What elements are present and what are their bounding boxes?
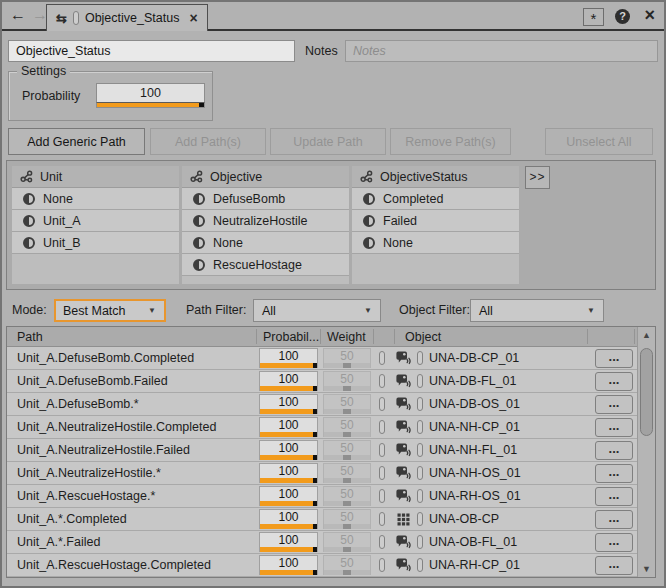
scroll-down-icon[interactable]: ▼	[638, 561, 655, 577]
probability-spinner[interactable]: 100	[259, 463, 318, 483]
probability-spinner[interactable]: 100	[259, 371, 318, 391]
settings-group: Settings Probability 100	[8, 71, 213, 121]
row-options-button[interactable]: ...	[595, 418, 633, 437]
back-icon[interactable]: ←	[8, 6, 28, 24]
add-generic-path-button[interactable]: Add Generic Path	[8, 128, 145, 155]
help-icon[interactable]: ?	[615, 9, 630, 24]
probability-slider-handle[interactable]	[313, 547, 317, 552]
probability-slider-handle[interactable]	[313, 409, 317, 414]
tab-objective-status[interactable]: ⇆ Objective_Status ×	[46, 4, 208, 31]
table-row[interactable]: Unit_A.NeutralizeHostile.Completed 100 5…	[7, 416, 637, 439]
table-row[interactable]: Unit_A.RescueHostage.Completed 100 50	[7, 554, 637, 577]
probability-spinner[interactable]: 100	[259, 394, 318, 414]
row-options-button[interactable]: ...	[595, 533, 633, 552]
list-item[interactable]: None	[352, 232, 519, 254]
probability-spinner[interactable]: 100	[259, 486, 318, 506]
probability-slider-handle[interactable]	[313, 501, 317, 506]
list-item[interactable]: NeutralizeHostile	[182, 210, 349, 232]
object-cell[interactable]: UNA-NH-FL_01	[396, 442, 517, 457]
row-options-button[interactable]: ...	[595, 464, 633, 483]
table-row[interactable]: Unit_A.NeutralizeHostile.Failed 100 50	[7, 439, 637, 462]
table-row[interactable]: Unit_A.DefuseBomb.* 100 50	[7, 393, 637, 416]
scrollbar-thumb[interactable]	[640, 348, 653, 436]
object-capsule-icon	[417, 397, 423, 411]
tab-close-icon[interactable]: ×	[189, 11, 197, 25]
probability-bar[interactable]	[259, 478, 318, 483]
path-filter-dropdown[interactable]: All ▼	[253, 299, 381, 322]
probability-spinner[interactable]: 100	[259, 555, 318, 575]
row-options-button[interactable]: ...	[595, 349, 633, 368]
probability-spinner[interactable]: 100	[259, 532, 318, 552]
object-cell[interactable]: UNA-OB-FL_01	[396, 534, 517, 549]
name-input[interactable]	[8, 40, 295, 62]
update-path-button[interactable]: Update Path	[270, 128, 386, 155]
object-filter-dropdown[interactable]: All ▼	[470, 299, 604, 322]
table-row[interactable]: Unit_A.DefuseBomb.Failed 100 50	[7, 370, 637, 393]
table-row[interactable]: Unit_A.DefuseBomb.Completed 100 50	[7, 347, 637, 370]
probability-bar[interactable]	[259, 363, 318, 368]
probability-bar[interactable]	[259, 570, 318, 575]
row-options-button[interactable]: ...	[595, 372, 633, 391]
row-options-button[interactable]: ...	[595, 487, 633, 506]
probability-bar[interactable]	[259, 386, 318, 391]
probability-slider-handle[interactable]	[313, 524, 317, 529]
list-item[interactable]: None	[182, 232, 349, 254]
table-row[interactable]: Unit_A.RescueHostage.* 100 50	[7, 485, 637, 508]
table-row[interactable]: Unit_A.*.Completed 100 50	[7, 508, 637, 531]
object-cell[interactable]: UNA-RH-OS_01	[396, 488, 521, 503]
probability-slider-handle[interactable]	[313, 570, 317, 575]
object-cell[interactable]: UNA-OB-CP	[396, 511, 499, 526]
object-cell[interactable]: UNA-NH-CP_01	[396, 419, 520, 434]
list-item[interactable]: Unit_A	[12, 210, 179, 232]
probability-bar[interactable]	[259, 547, 318, 552]
probability-bar[interactable]	[259, 524, 318, 529]
list-item[interactable]: RescueHostage	[182, 254, 349, 276]
probability-spinner[interactable]: 100	[259, 348, 318, 368]
header-object: Object	[405, 330, 441, 344]
probability-spinner[interactable]: 100	[259, 509, 318, 529]
row-options-button[interactable]: ...	[595, 395, 633, 414]
unselect-all-button[interactable]: Unselect All	[545, 128, 653, 155]
table-row[interactable]: Unit_A.NeutralizeHostile.* 100 50	[7, 462, 637, 485]
probability-slider-handle[interactable]	[313, 432, 317, 437]
vertical-scrollbar[interactable]: ▲ ▼	[637, 327, 655, 577]
object-cell[interactable]: UNA-DB-CP_01	[396, 350, 519, 365]
row-options-button[interactable]: ...	[595, 441, 633, 460]
probability-slider-handle[interactable]	[313, 363, 317, 368]
remove-paths-button[interactable]: Remove Path(s)	[390, 128, 511, 155]
row-options-button[interactable]: ...	[595, 510, 633, 529]
probability-slider-handle[interactable]	[199, 103, 204, 107]
mode-dropdown[interactable]: Best Match ▼	[54, 299, 166, 322]
probability-bar[interactable]	[259, 501, 318, 506]
share-nodes-icon	[20, 170, 33, 183]
expand-columns-button[interactable]: >>	[525, 166, 550, 189]
notes-input[interactable]	[345, 40, 658, 62]
list-item[interactable]: Failed	[352, 210, 519, 232]
probability-slider-handle[interactable]	[313, 455, 317, 460]
object-cell[interactable]: UNA-DB-OS_01	[396, 396, 520, 411]
drag-handle-capsule-icon	[379, 443, 385, 457]
probability-spinner[interactable]: 100	[259, 417, 318, 437]
list-item-label: NeutralizeHostile	[213, 214, 307, 228]
object-cell[interactable]: UNA-DB-FL_01	[396, 373, 517, 388]
add-paths-button[interactable]: Add Path(s)	[150, 128, 266, 155]
probability-bar[interactable]	[96, 102, 205, 108]
probability-slider-handle[interactable]	[313, 478, 317, 483]
pin-tab-button[interactable]: *	[583, 8, 604, 26]
probability-slider[interactable]: 100	[96, 83, 205, 108]
list-item[interactable]: Completed	[352, 188, 519, 210]
probability-bar[interactable]	[259, 409, 318, 414]
object-cell[interactable]: UNA-RH-CP_01	[396, 557, 520, 572]
window-close-icon[interactable]: ×	[644, 5, 655, 26]
probability-bar[interactable]	[259, 432, 318, 437]
probability-slider-handle[interactable]	[313, 386, 317, 391]
object-cell[interactable]: UNA-NH-OS_01	[396, 465, 521, 480]
list-item[interactable]: None	[12, 188, 179, 210]
list-item[interactable]: Unit_B	[12, 232, 179, 254]
row-options-button[interactable]: ...	[595, 556, 633, 575]
probability-spinner[interactable]: 100	[259, 440, 318, 460]
scroll-up-icon[interactable]: ▲	[638, 327, 655, 343]
probability-bar[interactable]	[259, 455, 318, 460]
list-item[interactable]: DefuseBomb	[182, 188, 349, 210]
table-row[interactable]: Unit_A.*.Failed 100 50	[7, 531, 637, 554]
